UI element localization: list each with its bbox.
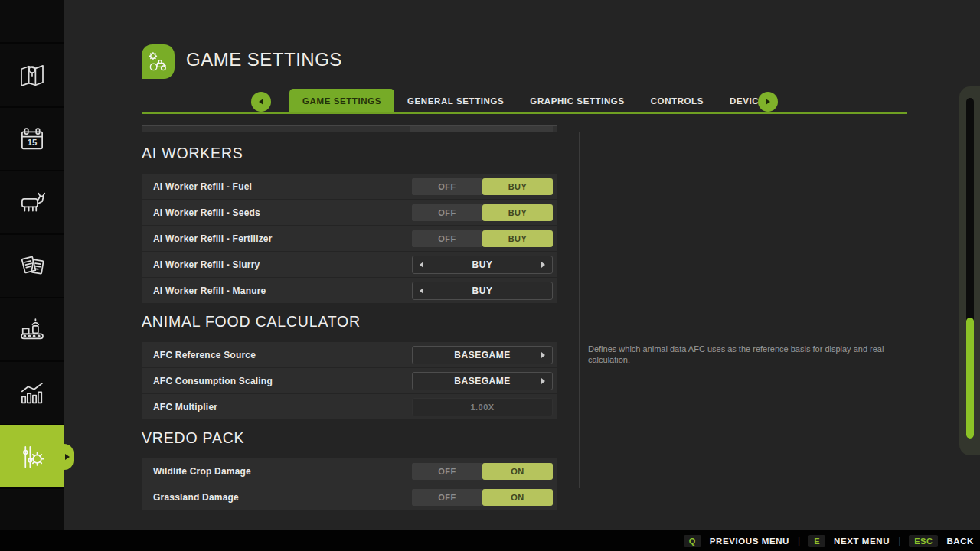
toggle-control: OFFON (412, 489, 553, 506)
tab-controls[interactable]: CONTROLS (638, 89, 717, 114)
toggle-option-off[interactable]: OFF (412, 204, 482, 221)
sidebar-item-production[interactable] (0, 298, 64, 360)
readonly-value: 1.00X (412, 398, 553, 416)
setting-row[interactable]: AFC Reference SourceBASEGAME (142, 342, 557, 367)
sidebar-item-contracts[interactable] (0, 235, 64, 297)
sidebar-filler (0, 489, 64, 530)
tab-graphic-settings[interactable]: GRAPHIC SETTINGS (517, 89, 637, 114)
tab-bar: GAME SETTINGSGENERAL SETTINGSGRAPHIC SET… (289, 89, 785, 114)
tab-underline (142, 112, 907, 114)
statistics-icon (16, 377, 48, 409)
contracts-icon (16, 250, 48, 282)
setting-description: Defines which animal data AFC uses as th… (588, 344, 910, 365)
spinner-value: BASEGAME (454, 350, 510, 360)
setting-label: AI Worker Refill - Slurry (153, 259, 260, 270)
option-spinner[interactable]: BASEGAME (412, 346, 553, 364)
game-settings-screen: 15 (0, 0, 980, 551)
sidebar-item-map[interactable] (0, 44, 64, 106)
toggle-control: OFFBUY (412, 204, 553, 221)
key-chip-q: Q (684, 535, 701, 547)
page-title: GAME SETTINGS (186, 49, 342, 70)
section-title: ANIMAL FOOD CALCULATOR (142, 312, 557, 331)
shortcut-separator: | (898, 536, 900, 546)
panel-divider (579, 132, 580, 488)
toggle-option-buy[interactable]: BUY (482, 178, 553, 195)
setting-label: AFC Reference Source (153, 350, 256, 360)
tabs-prev-button[interactable] (251, 92, 271, 112)
map-icon (16, 60, 48, 92)
scrollbar (959, 86, 980, 455)
shortcut-bar: QPREVIOUS MENU|ENEXT MENU|ESCBACK (0, 530, 980, 551)
sidebar-corner (0, 0, 64, 42)
option-spinner[interactable]: BASEGAME (412, 372, 553, 390)
tab-general-settings[interactable]: GENERAL SETTINGS (394, 89, 517, 114)
spinner-left-arrow-icon[interactable] (420, 262, 423, 268)
setting-label: AI Worker Refill - Fertilizer (153, 233, 273, 244)
page-icon (142, 44, 175, 79)
production-icon (16, 314, 48, 346)
toggle-control: OFFON (412, 463, 553, 480)
setting-label: Grassland Damage (153, 492, 239, 503)
animals-icon (16, 187, 48, 219)
toggle-option-off[interactable]: OFF (412, 230, 482, 247)
key-chip-esc: ESC (909, 535, 938, 547)
section-title: VREDO PACK (142, 429, 557, 447)
toggle-option-on[interactable]: ON (482, 489, 553, 506)
scrollbar-track[interactable] (966, 98, 974, 439)
scrollbar-thumb[interactable] (966, 318, 974, 439)
tab-game-settings[interactable]: GAME SETTINGS (289, 89, 394, 114)
chevron-left-icon (259, 99, 263, 105)
toggle-option-buy[interactable]: BUY (482, 230, 553, 247)
key-chip-e: E (808, 535, 825, 547)
tractor-gear-icon (145, 49, 172, 75)
sidebar-item-animals[interactable] (0, 171, 64, 233)
setting-row[interactable]: AFC Consumption ScalingBASEGAME (142, 368, 557, 393)
toggle-option-off[interactable]: OFF (412, 463, 482, 480)
shortcut-label-back: BACK (946, 536, 974, 546)
spinner-left-arrow-icon[interactable] (420, 288, 423, 294)
toggle-option-on[interactable]: ON (482, 463, 553, 480)
sidebar-item-calendar[interactable]: 15 (0, 108, 64, 170)
spinner-right-arrow-icon[interactable] (541, 262, 545, 268)
spinner-value: BUY (472, 285, 493, 296)
setting-label: AFC Multiplier (153, 402, 217, 412)
option-spinner[interactable]: BUY (412, 256, 553, 274)
svg-text:15: 15 (28, 137, 38, 146)
sidebar: 15 (0, 0, 64, 551)
shortcut-separator: | (798, 536, 800, 546)
setting-row[interactable]: AI Worker Refill - FuelOFFBUY (142, 174, 557, 199)
setting-row[interactable]: AI Worker Refill - SeedsOFFBUY (142, 200, 557, 225)
scrolled-row-partial (142, 125, 557, 132)
toggle-control: OFFBUY (412, 230, 553, 247)
toggle-option-off[interactable]: OFF (412, 489, 482, 506)
setting-label: AI Worker Refill - Fuel (153, 181, 252, 192)
spinner-value: BUY (472, 259, 493, 270)
tabs-next-button[interactable] (758, 92, 778, 112)
spinner-value: BASEGAME (454, 376, 510, 386)
setting-label: AFC Consumption Scaling (153, 376, 273, 386)
shortcut-label-previous-menu: PREVIOUS MENU (710, 536, 789, 546)
toggle-control: OFFBUY (412, 178, 553, 195)
section-title: AI WORKERS (142, 144, 557, 162)
setting-label: AI Worker Refill - Manure (153, 285, 266, 296)
setting-row[interactable]: AFC Multiplier1.00X (142, 394, 557, 419)
setting-label: Wildlife Crop Damage (153, 466, 251, 477)
chevron-right-icon (766, 99, 770, 105)
game-settings-icon (16, 441, 48, 473)
sidebar-item-statistics[interactable] (0, 362, 64, 424)
active-item-pointer-icon (64, 444, 74, 470)
toggle-option-buy[interactable]: BUY (482, 204, 553, 221)
calendar-icon: 15 (16, 123, 48, 155)
setting-row[interactable]: AI Worker Refill - SlurryBUY (142, 252, 557, 277)
setting-row[interactable]: Wildlife Crop DamageOFFON (142, 458, 557, 484)
setting-label: AI Worker Refill - Seeds (153, 207, 260, 218)
setting-row[interactable]: Grassland DamageOFFON (142, 484, 557, 510)
option-spinner[interactable]: BUY (412, 282, 553, 300)
toggle-option-off[interactable]: OFF (412, 178, 482, 195)
sidebar-item-game-settings[interactable] (0, 425, 64, 487)
spinner-right-arrow-icon[interactable] (541, 352, 545, 358)
setting-row[interactable]: AI Worker Refill - FertilizerOFFBUY (142, 226, 557, 251)
shortcut-label-next-menu: NEXT MENU (834, 536, 890, 546)
spinner-right-arrow-icon[interactable] (541, 378, 545, 384)
setting-row[interactable]: AI Worker Refill - ManureBUY (142, 278, 557, 303)
